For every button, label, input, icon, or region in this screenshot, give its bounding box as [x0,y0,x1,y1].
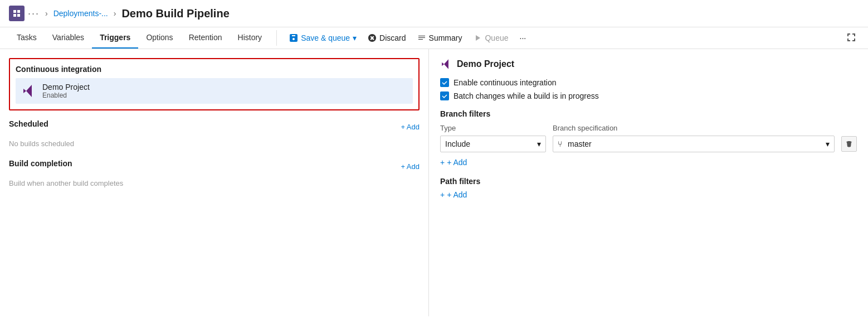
main-content: Continuous integration Demo Project Enab… [0,49,868,316]
project-status: Enabled [42,91,90,99]
breadcrumb-ellipsis[interactable]: ··· [28,8,40,20]
build-completion-title: Build completion [9,159,72,168]
project-info: Demo Project Enabled [42,83,90,99]
breadcrumb-deployments[interactable]: Deployments-... [53,9,108,18]
build-when-label: Build when another build completes [9,177,420,190]
add-path-label: + Add [447,190,467,199]
add-filter-label: + Add [447,158,467,167]
branch-filters-title: Branch filters [440,109,857,118]
tab-triggers[interactable]: Triggers [92,27,138,49]
filter-type-dropdown[interactable]: Include ▾ [440,136,546,152]
tab-divider [276,30,277,46]
breadcrumb-chevron1: › [45,9,48,18]
enable-ci-row: Enable continuous integration [440,78,857,87]
filter-type-value: Include [445,139,470,148]
save-queue-button[interactable]: Save & queue ▾ [284,30,362,46]
branch-filters-section: Branch filters Type Branch specification… [440,109,857,167]
discard-button[interactable]: Discard [362,30,411,46]
tab-bar: Tasks Variables Triggers Options Retenti… [0,27,868,49]
tab-tasks[interactable]: Tasks [9,27,45,49]
scheduled-title: Scheduled [9,119,48,128]
scheduled-add-button[interactable]: + Add [401,123,420,131]
tab-retention[interactable]: Retention [181,27,230,49]
right-panel-header: Demo Project [440,58,857,70]
right-panel: Demo Project Enable continuous integrati… [429,49,868,316]
build-completion-header: Build completion + Add [9,159,420,173]
filter-spec-dropdown[interactable]: ⑂ master ▾ [553,136,835,152]
left-panel: Continuous integration Demo Project Enab… [0,49,429,316]
expand-button[interactable] [843,30,859,47]
filter-row-header: Type Branch specification [440,124,857,132]
filter-spec-chevron: ▾ [826,139,830,148]
enable-ci-label: Enable continuous integration [453,78,556,87]
tab-options[interactable]: Options [138,27,181,49]
save-queue-chevron: ▾ [353,33,357,42]
add-filter-plus: + [440,158,445,167]
spec-col-label: Branch specification [553,124,857,132]
svg-rect-2 [13,14,16,17]
tab-history[interactable]: History [230,27,270,49]
project-name: Demo Project [42,83,90,91]
batch-changes-label: Batch changes while a build is in progre… [453,91,599,100]
queue-button[interactable]: Queue [467,30,514,46]
summary-button[interactable]: Summary [412,30,468,46]
pipeline-title: Demo Build Pipeline [121,7,229,20]
add-path-button[interactable]: + + Add [440,190,857,199]
discard-label: Discard [379,33,406,42]
no-builds-label: No builds scheduled [9,137,420,150]
ci-section-title: Continuous integration [16,65,413,74]
filter-row: Include ▾ ⑂ master ▾ [440,136,857,152]
branch-icon: ⑂ [558,139,562,148]
svg-rect-1 [17,10,20,13]
filter-spec-value: master [568,139,822,148]
ci-section: Continuous integration Demo Project Enab… [9,58,420,110]
summary-label: Summary [429,33,462,42]
tab-variables[interactable]: Variables [45,27,92,49]
path-filters-title: Path filters [440,177,857,186]
svg-rect-3 [17,14,20,17]
app-icon [9,6,25,21]
scheduled-header: Scheduled + Add [9,119,420,134]
add-path-plus: + [440,190,445,199]
build-completion-section: Build completion + Add Build when anothe… [9,159,420,190]
batch-changes-row: Batch changes while a build is in progre… [440,91,857,100]
enable-ci-checkbox[interactable] [440,78,449,87]
top-header: ··· › Deployments-... › Demo Build Pipel… [0,0,868,27]
scheduled-section: Scheduled + Add No builds scheduled [9,119,420,150]
add-filter-button[interactable]: + + Add [440,158,857,167]
more-button[interactable]: ··· [514,30,532,46]
ci-project-row[interactable]: Demo Project Enabled [16,78,413,104]
path-filters-section: Path filters + + Add [440,177,857,199]
build-completion-add-button[interactable]: + Add [401,162,420,171]
type-col-label: Type [440,124,546,132]
save-queue-label: Save & queue [301,33,350,42]
right-panel-title: Demo Project [457,59,514,69]
breadcrumb-chevron2: › [114,9,116,18]
svg-rect-0 [13,10,16,13]
filter-type-chevron: ▾ [537,139,541,148]
queue-label: Queue [485,33,508,42]
filter-delete-button[interactable] [841,136,857,152]
batch-changes-checkbox[interactable] [440,91,449,100]
